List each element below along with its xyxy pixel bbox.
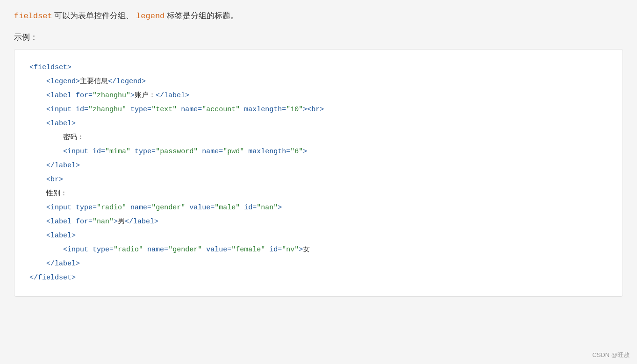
code-line: <input type="radio" name="gender" value=… [29,243,608,257]
code-line: </label> [29,159,608,173]
code-line: <br> [29,173,608,187]
intro-paragraph: fieldset 可以为表单控件分组、 legend 标签是分组的标题。 [14,9,623,23]
code-line: <label for="nan">男</label> [29,215,608,229]
intro-text1: 可以为表单控件分组、 [52,11,134,20]
fieldset-keyword: fieldset [14,12,52,21]
code-line: <legend>主要信息</legend> [29,75,608,89]
code-line: 性别： [29,187,608,201]
code-line: <input id="zhanghu" type="text" name="ac… [29,103,608,117]
code-line: </label> [29,257,608,271]
example-label: 示例： [14,32,623,43]
code-line: <input id="mima" type="password" name="p… [29,145,608,159]
code-line: <label> [29,229,608,243]
intro-text2: 标签是分组的标题。 [165,11,238,20]
code-line: <fieldset> [29,61,608,75]
code-block: <fieldset> <legend>主要信息</legend> <label … [14,49,623,297]
code-line: </fieldset> [29,271,608,285]
code-line: <label> [29,117,608,131]
code-line: <input type="radio" name="gender" value=… [29,201,608,215]
code-line: 密码： [29,131,608,145]
code-line: <label for="zhanghu">账户：</label> [29,89,608,103]
legend-keyword: legend [136,12,165,21]
